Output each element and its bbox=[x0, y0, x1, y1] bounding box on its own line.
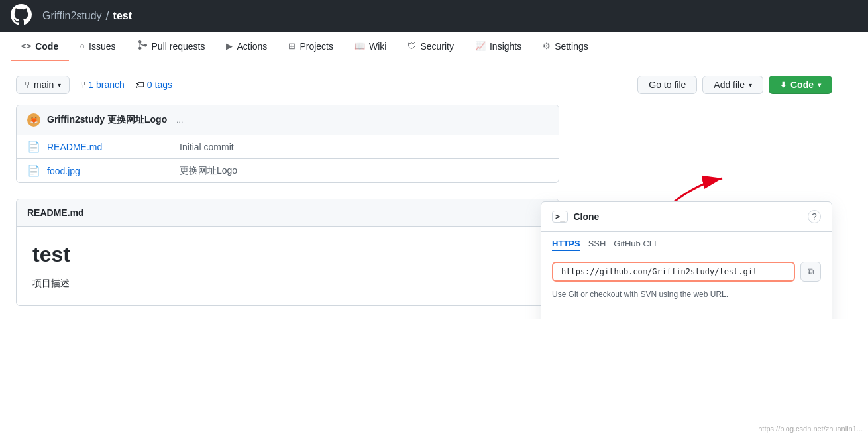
repo-owner[interactable]: Griffin2study bbox=[42, 10, 102, 22]
clone-dropdown-header: >_ Clone ? bbox=[541, 202, 832, 232]
clone-url-input[interactable] bbox=[552, 262, 795, 282]
nav-wiki-label: Wiki bbox=[369, 41, 386, 52]
open-desktop-label: Open with GitHub Desktop bbox=[570, 317, 687, 319]
page-header: Griffin2study / test bbox=[0, 0, 868, 32]
branch-name: main bbox=[34, 80, 54, 90]
readme-description: 项目描述 bbox=[32, 278, 543, 290]
security-icon: 🛡 bbox=[407, 41, 416, 51]
repo-name[interactable]: test bbox=[113, 10, 132, 22]
clone-title: >_ Clone bbox=[552, 211, 599, 223]
projects-icon: ⊞ bbox=[288, 41, 296, 51]
readme-box: README.md test 项目描述 bbox=[16, 199, 559, 306]
pr-icon bbox=[137, 40, 148, 52]
branch-selector[interactable]: ⑂ main ▾ bbox=[16, 76, 70, 94]
branch-meta: ⑂ 1 branch bbox=[80, 80, 124, 90]
nav-item-actions[interactable]: ▶ Actions bbox=[215, 33, 278, 61]
clone-tabs: HTTPS SSH GitHub CLI bbox=[541, 232, 832, 256]
code-btn-label: Code bbox=[790, 80, 814, 90]
branch-fork-icon: ⑂ bbox=[80, 80, 85, 90]
commit-message[interactable]: Griffin2study 更换网址Logo bbox=[47, 114, 167, 126]
code-button[interactable]: ⬇ Code ▾ bbox=[769, 76, 832, 94]
nav-projects-label: Projects bbox=[299, 41, 333, 52]
code-chevron-icon: ▾ bbox=[818, 82, 821, 89]
nav-item-security[interactable]: 🛡 Security bbox=[397, 33, 464, 61]
branch-right: Go to file Add file ▾ ⬇ Code ▾ bbox=[637, 76, 832, 94]
desktop-icon: ⊡ bbox=[552, 315, 562, 319]
open-desktop-action[interactable]: ⊡ Open with GitHub Desktop bbox=[541, 307, 832, 319]
copy-url-button[interactable]: ⧉ bbox=[800, 262, 821, 282]
file-table-header: 🦊 Griffin2study 更换网址Logo ... bbox=[17, 105, 559, 135]
go-to-file-button[interactable]: Go to file bbox=[637, 76, 697, 94]
branch-left: ⑂ main ▾ ⑂ 1 branch 🏷 0 tags bbox=[16, 76, 172, 94]
file-name-food[interactable]: food.jpg bbox=[47, 166, 180, 176]
avatar-emoji: 🦊 bbox=[30, 117, 38, 124]
table-row: 📄 README.md Initial commit bbox=[17, 135, 559, 159]
nav-item-code[interactable]: <> Code bbox=[11, 33, 69, 61]
file-name-readme[interactable]: README.md bbox=[47, 142, 180, 152]
file-commit-readme: Initial commit bbox=[180, 142, 548, 152]
nav-item-issues[interactable]: ○ Issues bbox=[69, 33, 126, 61]
nav-item-projects[interactable]: ⊞ Projects bbox=[278, 33, 344, 61]
question-mark-icon: ? bbox=[812, 211, 817, 222]
download-icon: ⬇ bbox=[780, 80, 787, 89]
branch-count-link[interactable]: 1 branch bbox=[88, 80, 124, 90]
nav-item-insights[interactable]: 📈 Insights bbox=[464, 33, 532, 61]
file-table: 🦊 Griffin2study 更换网址Logo ... 📄 README.md… bbox=[16, 105, 559, 183]
readme-title: test bbox=[32, 243, 543, 267]
nav-security-label: Security bbox=[420, 41, 454, 52]
repo-path: Griffin2study / test bbox=[42, 9, 132, 23]
tag-count-link[interactable]: 0 tags bbox=[147, 80, 172, 90]
nav-item-wiki[interactable]: 📖 Wiki bbox=[344, 33, 397, 61]
commit-avatar: 🦊 bbox=[27, 113, 40, 127]
clone-tab-cli[interactable]: GitHub CLI bbox=[614, 237, 656, 251]
readme-header: README.md bbox=[17, 199, 559, 227]
file-icon: 📄 bbox=[27, 164, 40, 177]
issues-icon: ○ bbox=[80, 41, 85, 51]
file-commit-food: 更换网址Logo bbox=[180, 165, 548, 177]
help-icon[interactable]: ? bbox=[808, 210, 821, 223]
wiki-icon: 📖 bbox=[354, 41, 365, 51]
tag-icon: 🏷 bbox=[135, 80, 144, 90]
nav-insights-label: Insights bbox=[490, 41, 521, 52]
nav-actions-label: Actions bbox=[237, 41, 267, 52]
insights-icon: 📈 bbox=[475, 41, 486, 51]
settings-icon: ⚙ bbox=[543, 41, 551, 51]
tag-meta: 🏷 0 tags bbox=[135, 80, 172, 90]
table-row: 📄 food.jpg 更换网址Logo bbox=[17, 159, 559, 182]
clone-tab-ssh[interactable]: SSH bbox=[588, 237, 606, 251]
github-logo-icon bbox=[11, 4, 32, 28]
nav-item-pull-requests[interactable]: Pull requests bbox=[127, 32, 216, 62]
clone-url-row: ⧉ bbox=[541, 256, 832, 287]
commit-more[interactable]: ... bbox=[176, 115, 183, 125]
branch-bar: ⑂ main ▾ ⑂ 1 branch 🏷 0 tags Go to file … bbox=[16, 76, 832, 94]
file-icon: 📄 bbox=[27, 140, 40, 153]
nav-code-label: Code bbox=[35, 41, 58, 52]
clone-tab-https[interactable]: HTTPS bbox=[552, 237, 580, 251]
main-content: ⑂ main ▾ ⑂ 1 branch 🏷 0 tags Go to file … bbox=[0, 62, 848, 319]
chevron-down-icon: ▾ bbox=[58, 82, 61, 89]
add-file-chevron-icon: ▾ bbox=[749, 82, 752, 89]
add-file-button[interactable]: Add file ▾ bbox=[702, 76, 763, 94]
terminal-icon: >_ bbox=[552, 211, 568, 223]
add-file-label: Add file bbox=[714, 80, 745, 90]
nav-pr-label: Pull requests bbox=[152, 41, 205, 52]
readme-content: test 项目描述 bbox=[17, 227, 559, 305]
code-icon: <> bbox=[21, 41, 31, 51]
clone-note: Use Git or checkout with SVN using the w… bbox=[541, 287, 832, 307]
repo-nav: <> Code ○ Issues Pull requests ▶ Actions… bbox=[0, 32, 868, 62]
nav-settings-label: Settings bbox=[555, 41, 588, 52]
copy-icon: ⧉ bbox=[808, 266, 814, 277]
nav-item-settings[interactable]: ⚙ Settings bbox=[532, 33, 599, 61]
nav-issues-label: Issues bbox=[89, 41, 115, 52]
path-separator: / bbox=[106, 9, 109, 23]
actions-icon: ▶ bbox=[226, 41, 233, 51]
branch-icon: ⑂ bbox=[25, 80, 30, 90]
clone-title-label: Clone bbox=[573, 211, 599, 222]
clone-dropdown: >_ Clone ? HTTPS SSH GitHub CLI ⧉ Use Gi… bbox=[541, 201, 832, 319]
